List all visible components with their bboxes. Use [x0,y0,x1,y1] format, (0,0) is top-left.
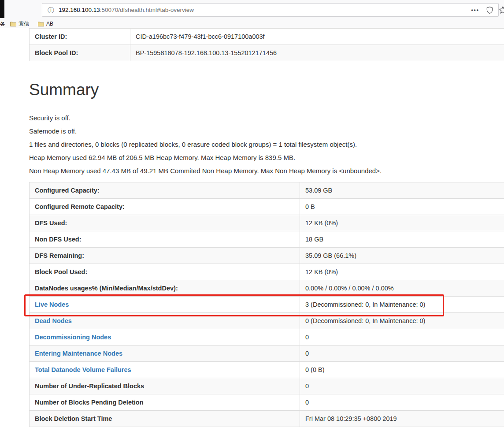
table-row-non-dfs-used: Non DFS Used:18 GB [30,231,504,248]
row-value: BP-1595818078-192.168.100.13-15520121714… [130,45,504,61]
row-value: Fri Mar 08 10:29:35 +0800 2019 [300,411,504,427]
url-path: :50070/dfshealth.html#tab-overview [100,7,194,13]
row-value: CID-a196bc73-f479-43f1-bcc6-0917100a003f [130,29,504,45]
summary-paragraphs: Security is off.Safemode is off.1 files … [29,111,504,178]
row-value: 12 KB (0%) [300,264,504,280]
row-label: Cluster ID: [30,29,130,45]
row-label: DFS Used: [30,215,300,231]
bookmark-folder-宜信[interactable]: 宜信 [10,20,29,28]
summary-table-body: Configured Capacity:53.09 GBConfigured R… [30,182,504,427]
row-label: DataNodes usages% (Min/Median/Max/stdDev… [30,280,300,297]
browser-chrome: ⓘ 192.168.100.13:50070/dfshealth.html#ta… [0,0,504,28]
table-row-total-datanode-volume-failures: Total Datanode Volume Failures0 (0 B) [30,362,504,378]
dead-nodes-link[interactable]: Dead Nodes [35,317,72,324]
row-label: Non DFS Used: [30,231,300,248]
window-corner [0,0,4,18]
row-value: 0 (0 B) [300,362,504,378]
bookmarks-list: 宜信AB [10,20,62,28]
row-value: 0.00% / 0.00% / 0.00% / 0.00% [300,280,504,297]
urlbar-actions: ••• [471,7,493,14]
table-row-live-nodes: Live Nodes3 (Decommissioned: 0, In Maint… [30,297,504,313]
row-label: Total Datanode Volume Failures [30,362,300,378]
row-label: Live Nodes [30,297,300,313]
row-value: 0 [300,378,504,394]
row-value: 0 B [300,199,504,215]
row-value: 35.09 GB (66.1%) [300,248,504,264]
summary-paragraph: Heap Memory used 62.94 MB of 206.5 MB He… [29,151,504,164]
entering-maintenance-nodes-link[interactable]: Entering Maintenance Nodes [35,350,122,357]
table-row-entering-maintenance-nodes: Entering Maintenance Nodes0 [30,346,504,362]
url-text[interactable]: 192.168.100.13:50070/dfshealth.html#tab-… [59,7,471,13]
shield-icon[interactable] [486,7,493,14]
row-label: Number of Blocks Pending Deletion [30,394,300,411]
live-nodes-link[interactable]: Live Nodes [35,301,69,308]
table-row-cluster-id: Cluster ID:CID-a196bc73-f479-43f1-bcc6-0… [30,29,504,45]
table-row-dfs-used: DFS Used:12 KB (0%) [30,215,504,231]
table-row-block-pool-used: Block Pool Used:12 KB (0%) [30,264,504,280]
row-value: 0 [300,329,504,346]
table-row-datanodes-usages-min-median-max-stddev: DataNodes usages% (Min/Median/Max/stdDev… [30,280,504,297]
row-label: Configured Capacity: [30,182,300,199]
row-label: Number of Under-Replicated Blocks [30,378,300,394]
summary-heading: Summary [29,79,504,101]
row-value: 0 [300,346,504,362]
summary-table: Configured Capacity:53.09 GBConfigured R… [29,182,504,427]
summary-paragraph: Security is off. [29,111,504,125]
total-datanode-volume-failures-link[interactable]: Total Datanode Volume Failures [35,366,131,373]
folder-icon [10,22,16,26]
row-value: 12 KB (0%) [300,215,504,231]
site-info-icon[interactable]: ⓘ [48,7,54,13]
row-label: Block Deletion Start Time [30,411,300,427]
table-row-dead-nodes: Dead Nodes0 (Decommissioned: 0, In Maint… [30,313,504,329]
table-row-configured-remote-capacity: Configured Remote Capacity:0 B [30,199,504,215]
page-actions-icon[interactable]: ••• [471,7,479,13]
row-value: 53.09 GB [300,182,504,199]
url-bar[interactable]: ⓘ 192.168.100.13:50070/dfshealth.html#ta… [42,3,499,17]
table-row-block-deletion-start-time: Block Deletion Start TimeFri Mar 08 10:2… [30,411,504,427]
summary-paragraph: Non Heap Memory used 47.43 MB of 49.21 M… [29,164,504,178]
table-row-block-pool-id: Block Pool ID:BP-1595818078-192.168.100.… [30,45,504,61]
table-row-number-of-blocks-pending-deletion: Number of Blocks Pending Deletion0 [30,394,504,411]
cluster-table-body: Cluster ID:CID-a196bc73-f479-43f1-bcc6-0… [30,29,504,61]
bookmark-label: AB [46,21,53,27]
table-row-decommissioning-nodes: Decommissioning Nodes0 [30,329,504,346]
row-value: 3 (Decommissioned: 0, In Maintenance: 0) [300,297,504,313]
row-label: Decommissioning Nodes [30,329,300,346]
table-row-configured-capacity: Configured Capacity:53.09 GB [30,182,504,199]
table-row-dfs-remaining: DFS Remaining:35.09 GB (66.1%) [30,248,504,264]
row-value: 18 GB [300,231,504,248]
cluster-info-table: Cluster ID:CID-a196bc73-f479-43f1-bcc6-0… [29,28,504,61]
bookmarks-bar: 各 宜信AB [0,19,504,28]
summary-paragraph: Safemode is off. [29,125,504,138]
bookmark-star-icon[interactable] [499,6,504,14]
row-label: Block Pool ID: [30,45,130,61]
row-label: DFS Remaining: [30,248,300,264]
row-label: Block Pool Used: [30,264,300,280]
row-label: Entering Maintenance Nodes [30,346,300,362]
row-label: Dead Nodes [30,313,300,329]
row-label: Configured Remote Capacity: [30,199,300,215]
bookmark-folder-AB[interactable]: AB [38,21,53,27]
folder-icon [38,22,44,26]
bookmark-label: 宜信 [19,20,29,28]
row-value: 0 [300,394,504,411]
page-content: Cluster ID:CID-a196bc73-f479-43f1-bcc6-0… [0,28,504,427]
decommissioning-nodes-link[interactable]: Decommissioning Nodes [35,334,111,341]
url-host: 192.168.100.13 [59,7,100,13]
summary-paragraph: 1 files and directories, 0 blocks (0 rep… [29,138,504,151]
bookmark-partial[interactable]: 各 [0,20,6,28]
table-row-number-of-under-replicated-blocks: Number of Under-Replicated Blocks0 [30,378,504,394]
row-value: 0 (Decommissioned: 0, In Maintenance: 0) [300,313,504,329]
